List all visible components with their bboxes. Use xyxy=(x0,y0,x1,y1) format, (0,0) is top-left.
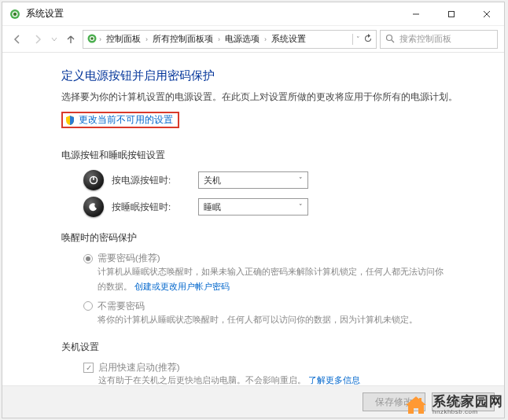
breadcrumb-item[interactable]: 所有控制面板项 xyxy=(149,33,216,45)
radio-label: 需要密码(推荐) xyxy=(98,252,160,264)
breadcrumb-icon xyxy=(87,33,98,46)
learn-more-link[interactable]: 了解更多信息 xyxy=(308,375,360,385)
checkbox-checked: ✓ xyxy=(83,363,94,373)
chevron-right-icon: › xyxy=(99,35,101,43)
window-controls xyxy=(398,3,504,25)
radio-require-password: 需要密码(推荐) 计算机从睡眠状态唤醒时，如果未输入正确的密码来解除计算机锁定，… xyxy=(83,252,476,293)
sleep-button-row: 按睡眠按钮时: 睡眠 ˅ xyxy=(83,197,476,217)
svg-line-11 xyxy=(392,40,394,42)
breadcrumb[interactable]: › 控制面板 › 所有控制面板项 › 电源选项 › 系统设置 ˅ xyxy=(83,30,377,49)
power-button-row: 按电源按钮时: 关机 ˅ xyxy=(83,170,476,190)
search-input[interactable]: 搜索控制面板 xyxy=(380,30,498,49)
svg-point-2 xyxy=(13,12,17,15)
search-icon xyxy=(385,34,395,45)
page-heading: 定义电源按钮并启用密码保护 xyxy=(61,68,476,83)
radio-button-unchecked xyxy=(83,301,93,311)
svg-point-10 xyxy=(387,35,392,40)
select-value: 睡眠 xyxy=(204,201,221,213)
section-heading-buttons: 电源按钮和睡眠按钮设置 xyxy=(61,149,476,162)
check-label: 启用快速启动(推荐) xyxy=(98,362,180,374)
chevron-right-icon: › xyxy=(264,35,267,43)
breadcrumb-item[interactable]: 电源选项 xyxy=(222,33,263,45)
window-title: 系统设置 xyxy=(26,7,398,20)
chevron-down-icon[interactable]: ˅ xyxy=(356,35,360,43)
radio-no-desc: 将你的计算机从睡眠状态唤醒时，任何人都可以访问你的数据，因为计算机未锁定。 xyxy=(98,312,444,327)
radio-no-row[interactable]: 不需要密码 xyxy=(83,300,476,312)
sleep-button-label: 按睡眠按钮时: xyxy=(112,201,190,213)
chevron-down-icon: ˅ xyxy=(299,203,303,211)
power-button-label: 按电源按钮时: xyxy=(112,175,190,186)
chevron-down-icon: ˅ xyxy=(299,176,303,184)
svg-rect-15 xyxy=(419,398,421,403)
svg-point-9 xyxy=(90,37,94,40)
check-row[interactable]: ✓ 启用快速启动(推荐) xyxy=(83,362,476,374)
forward-button[interactable] xyxy=(29,31,46,48)
window: 系统设置 › xyxy=(2,2,505,418)
select-value: 关机 xyxy=(204,175,221,186)
chevron-right-icon: › xyxy=(218,35,220,43)
radio-label: 不需要密码 xyxy=(98,300,145,312)
recent-dropdown[interactable] xyxy=(50,31,59,48)
watermark: 系统家园网 hnzkhbsb.com xyxy=(404,395,503,415)
svg-rect-4 xyxy=(448,11,454,17)
sleep-icon xyxy=(83,197,104,217)
admin-link-highlight: 更改当前不可用的设置 xyxy=(61,112,179,128)
radio-no-password: 不需要密码 将你的计算机从睡眠状态唤醒时，任何人都可以访问你的数据，因为计算机未… xyxy=(83,300,476,327)
watermark-name: 系统家园网 xyxy=(433,395,503,409)
up-button[interactable] xyxy=(62,31,79,48)
search-placeholder: 搜索控制面板 xyxy=(399,33,451,45)
section-heading-wake: 唤醒时的密码保护 xyxy=(61,231,476,245)
close-button[interactable] xyxy=(469,3,504,25)
check-fast-startup: ✓ 启用快速启动(推荐) 这有助于在关机之后更快地启动电脑。不会影响重启。 了解… xyxy=(83,362,476,385)
house-icon xyxy=(404,395,428,415)
refresh-icon[interactable] xyxy=(363,34,373,45)
page-description: 选择要为你的计算机设置的电源设置。在此页上对设置所做的更改将应用于你所有的电源计… xyxy=(61,90,476,104)
watermark-text: 系统家园网 hnzkhbsb.com xyxy=(433,395,503,415)
app-icon xyxy=(9,8,21,20)
power-button-select[interactable]: 关机 ˅ xyxy=(198,171,308,189)
watermark-domain: hnzkhbsb.com xyxy=(433,409,503,415)
svg-marker-14 xyxy=(406,396,426,414)
create-password-link[interactable]: 创建或更改用户帐户密码 xyxy=(134,282,230,291)
radio-button-checked xyxy=(83,254,93,263)
chevron-right-icon: › xyxy=(145,35,148,43)
radio-require-row[interactable]: 需要密码(推荐) xyxy=(83,252,476,264)
navbar: › 控制面板 › 所有控制面板项 › 电源选项 › 系统设置 ˅ 搜索控制面板 xyxy=(2,26,504,53)
shield-icon xyxy=(64,115,75,126)
change-unavailable-settings-link[interactable]: 更改当前不可用的设置 xyxy=(79,114,173,126)
maximize-button[interactable] xyxy=(433,3,469,25)
breadcrumb-item[interactable]: 系统设置 xyxy=(268,33,309,45)
section-heading-shutdown: 关机设置 xyxy=(61,341,476,354)
check-desc: 这有助于在关机之后更快地启动电脑。不会影响重启。 了解更多信息 xyxy=(98,374,476,385)
power-icon xyxy=(83,170,104,190)
back-button[interactable] xyxy=(9,31,26,48)
minimize-button[interactable] xyxy=(398,3,433,25)
radio-require-desc: 计算机从睡眠状态唤醒时，如果未输入正确的密码来解除计算机锁定，任何人都无法访问你… xyxy=(98,264,444,293)
breadcrumb-item[interactable]: 控制面板 xyxy=(103,33,144,45)
titlebar: 系统设置 xyxy=(2,2,504,26)
main-content: 定义电源按钮并启用密码保护 选择要为你的计算机设置的电源设置。在此页上对设置所做… xyxy=(2,53,504,385)
sleep-button-select[interactable]: 睡眠 ˅ xyxy=(198,198,308,216)
